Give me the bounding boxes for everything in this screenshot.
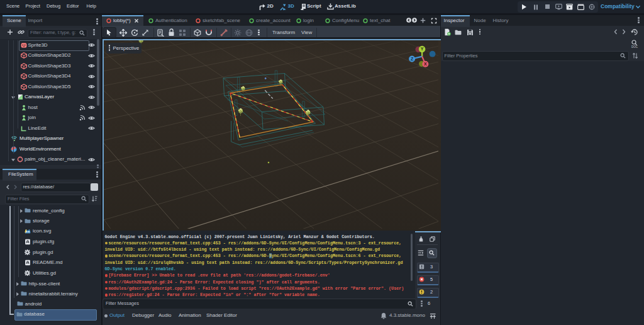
svg-text:X: X — [424, 62, 427, 66]
svg-text:Y: Y — [420, 47, 423, 51]
svg-text:DOC: DOC — [631, 45, 638, 48]
svg-text:Z: Z — [410, 57, 413, 61]
